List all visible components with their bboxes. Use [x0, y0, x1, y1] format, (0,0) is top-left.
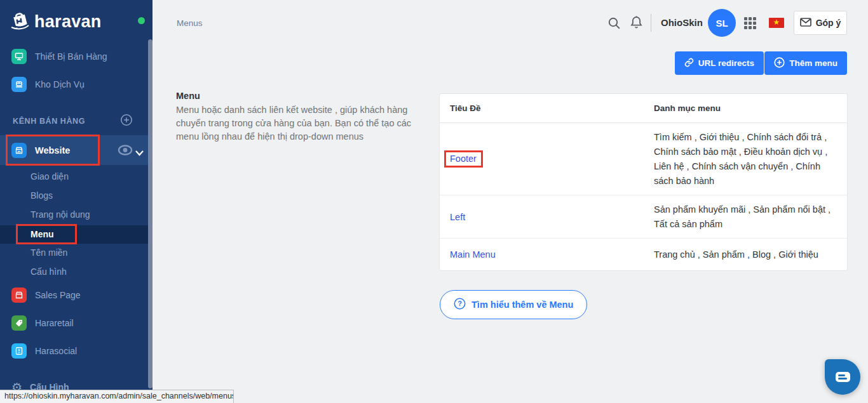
browser-status-bar: https://ohioskin.myharavan.com/admin/sal…	[0, 390, 234, 403]
learn-more-button[interactable]: ? Tìm hiểu thêm về Menu	[440, 290, 587, 319]
sidebar-item-label: Thiết Bị Bán Hàng	[35, 51, 107, 62]
sidebar-item-label: Website	[35, 145, 70, 155]
service-box-icon	[11, 77, 27, 92]
menu-link-left[interactable]: Left	[450, 212, 465, 222]
bell-icon[interactable]	[630, 15, 643, 32]
table-row-footer: Footer Tìm kiếm , Giới thiệu , Chính sác…	[440, 123, 847, 195]
sales-page-icon	[11, 287, 27, 303]
shopping-bag-icon	[8, 9, 31, 34]
contact-book-icon	[11, 343, 27, 359]
url-redirects-button[interactable]: URL redirects	[675, 51, 764, 75]
sales-channels-section-header: KÊNH BÁN HÀNG	[13, 117, 85, 126]
store-name[interactable]: OhioSkin	[661, 17, 703, 28]
envelope-icon	[800, 18, 811, 29]
haravan-logo[interactable]: haravan	[8, 9, 102, 34]
table-row-left: Left Sản phẩm khuyến mãi , Sản phẩm nổi …	[440, 195, 847, 239]
sidebar-item-label: Menu	[31, 225, 54, 244]
page-title: Menu	[176, 91, 200, 101]
sidebar: haravan Thiết Bị Bán Hàng Kho Dịch Vụ KÊ…	[0, 0, 153, 403]
feedback-button[interactable]: Góp ý	[794, 11, 847, 35]
menu-items-text: Sản phẩm khuyến mãi , Sản phẩm nổi bật ,…	[654, 202, 834, 232]
storefront-icon	[11, 143, 27, 158]
sidebar-item-kho-dich-vu[interactable]: Kho Dịch Vụ	[0, 70, 148, 98]
menu-items-text: Tìm kiếm , Giới thiệu , Chính sách đổi t…	[654, 130, 834, 188]
topbar-divider	[651, 14, 651, 32]
sidebar-item-label: Hararetail	[35, 318, 74, 328]
chat-widget-button[interactable]	[825, 359, 860, 395]
add-menu-button[interactable]: Thêm menu	[764, 51, 847, 75]
column-header-title: Tiêu Đề	[450, 103, 481, 113]
menu-link-footer[interactable]: Footer	[450, 154, 477, 164]
add-channel-icon[interactable]	[120, 114, 133, 126]
annotation-box-footer: Footer	[444, 150, 483, 168]
menu-link-main-menu[interactable]: Main Menu	[450, 249, 496, 260]
sidebar-item-harasocial[interactable]: Harasocial	[0, 337, 148, 365]
sidebar-item-blogs[interactable]: Blogs	[31, 188, 53, 202]
sidebar-item-label: Sales Page	[35, 290, 81, 300]
haravan-admin-screen: haravan Thiết Bị Bán Hàng Kho Dịch Vụ KÊ…	[0, 0, 868, 403]
feedback-label: Góp ý	[816, 18, 841, 28]
eye-icon[interactable]	[118, 145, 133, 158]
table-header-row: Tiêu Đề Danh mục menu	[440, 94, 847, 123]
price-tag-icon	[11, 315, 27, 331]
speech-bubble-icon	[836, 372, 850, 382]
plus-circle-icon	[774, 57, 785, 70]
sidebar-scrollbar[interactable]	[148, 39, 153, 388]
page-description: Menu hoặc danh sách liên kết website , g…	[176, 103, 433, 143]
online-status-dot	[138, 17, 145, 24]
menus-table: Tiêu Đề Danh mục menu Footer Tìm kiếm , …	[439, 93, 848, 271]
apps-grid-icon[interactable]	[744, 17, 758, 31]
column-header-items: Danh mục menu	[654, 103, 721, 113]
button-label: URL redirects	[698, 58, 754, 68]
logo-wordmark: haravan	[34, 12, 102, 32]
menu-items-text: Trang chủ , Sản phẩm , Blog , Giới thiệu	[654, 248, 818, 262]
search-icon[interactable]	[607, 17, 621, 32]
sidebar-item-hararetail[interactable]: Hararetail	[0, 309, 148, 337]
sidebar-item-label: Kho Dịch Vụ	[35, 79, 85, 89]
sidebar-item-trang-noi-dung[interactable]: Trang nội dung	[31, 208, 90, 221]
sidebar-item-thiet-bi-ban-hang[interactable]: Thiết Bị Bán Hàng	[0, 43, 148, 70]
svg-text:?: ?	[458, 300, 462, 307]
sidebar-item-menu[interactable]: Menu	[0, 225, 153, 244]
sidebar-item-ten-mien[interactable]: Tên miền	[31, 246, 67, 260]
button-label: Thêm menu	[789, 58, 837, 68]
avatar[interactable]: SL	[708, 9, 736, 37]
sidebar-item-label: Harasocial	[35, 346, 77, 356]
chain-link-icon	[684, 58, 694, 69]
pos-device-icon	[11, 49, 27, 64]
breadcrumb: Menus	[177, 18, 203, 28]
vietnam-flag-icon[interactable]: ★	[769, 18, 784, 28]
sidebar-item-cau-hinh-sub[interactable]: Cấu hình	[31, 265, 67, 279]
table-row-main-menu: Main Menu Trang chủ , Sản phẩm , Blog , …	[440, 239, 847, 270]
question-circle-icon: ?	[454, 298, 466, 312]
chevron-down-icon[interactable]	[135, 147, 144, 159]
sidebar-item-sales-page[interactable]: Sales Page	[0, 281, 148, 309]
button-label: Tìm hiểu thêm về Menu	[471, 300, 573, 310]
sidebar-item-giao-dien[interactable]: Giao diện	[31, 169, 69, 183]
